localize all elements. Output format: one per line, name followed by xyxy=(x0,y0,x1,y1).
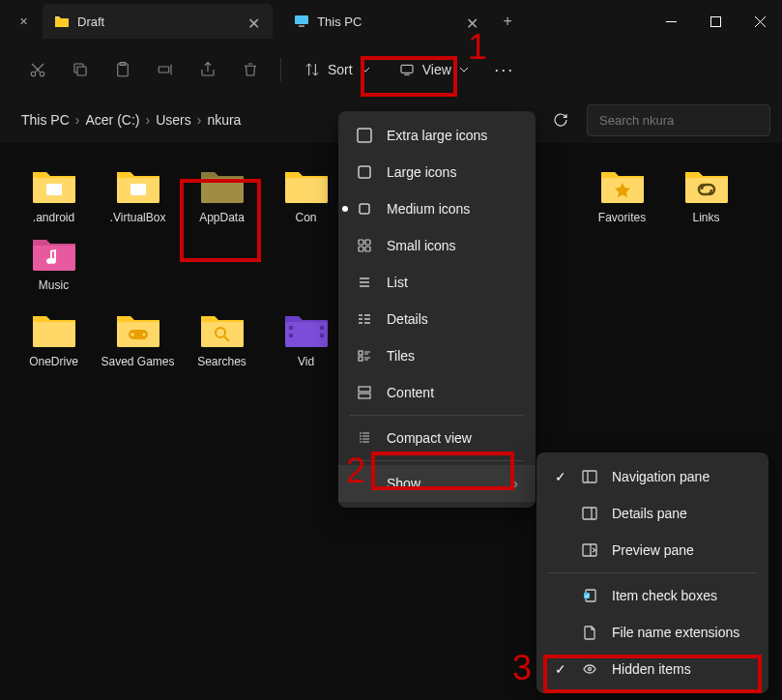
menu-item-xl-icons[interactable]: Extra large icons xyxy=(338,117,536,154)
menu-item-content[interactable]: Content xyxy=(338,374,536,411)
rename-button[interactable] xyxy=(147,51,184,88)
breadcrumb-item[interactable]: Users xyxy=(156,112,191,128)
folder-item[interactable]: .VirtualBox xyxy=(96,162,180,230)
menu-item-medium-icons[interactable]: Medium icons xyxy=(338,190,536,227)
menu-item-hidden[interactable]: ✓ Hidden items xyxy=(536,651,768,687)
svg-rect-20 xyxy=(358,129,371,142)
check-icon: ✓ xyxy=(554,469,567,484)
minimize-button[interactable] xyxy=(649,0,693,43)
svg-rect-30 xyxy=(359,394,370,398)
menu-label: Large icons xyxy=(387,164,456,180)
menu-item-preview-pane[interactable]: Preview pane xyxy=(536,532,768,569)
menu-label: Medium icons xyxy=(387,201,470,217)
menu-item-checkboxes[interactable]: Item check boxes xyxy=(536,577,768,614)
cut-button[interactable] xyxy=(19,51,56,88)
menu-item-small-icons[interactable]: Small icons xyxy=(338,227,536,264)
share-button[interactable] xyxy=(189,51,226,88)
breadcrumb-item[interactable]: Acer (C:) xyxy=(85,112,139,128)
folder-item-appdata[interactable]: AppData xyxy=(180,162,264,230)
folder-label: Con xyxy=(295,211,316,226)
menu-item-details-pane[interactable]: Details pane xyxy=(536,495,768,532)
folder-item[interactable]: Searches xyxy=(180,306,264,374)
more-button[interactable]: ··· xyxy=(486,51,523,88)
folder-label: .android xyxy=(33,211,74,226)
menu-item-compact[interactable]: Compact view xyxy=(338,420,536,456)
folder-item[interactable]: Saved Games xyxy=(96,306,180,374)
separator xyxy=(350,415,524,416)
paste-button[interactable] xyxy=(104,51,141,88)
folder-icon xyxy=(54,14,70,29)
delete-button[interactable] xyxy=(232,51,269,88)
content-icon xyxy=(356,384,373,401)
close-icon[interactable]: ✕ xyxy=(247,15,261,28)
folder-icon xyxy=(283,166,330,205)
view-menu: Extra large icons Large icons Medium ico… xyxy=(338,111,536,508)
folder-icon xyxy=(115,166,161,205)
menu-label: Details xyxy=(387,311,428,327)
menu-item-nav-pane[interactable]: ✓ Navigation pane xyxy=(536,458,768,495)
svg-point-5 xyxy=(40,72,44,76)
search-input[interactable] xyxy=(587,104,770,136)
copy-button[interactable] xyxy=(62,51,99,88)
tab-label: This PC xyxy=(317,15,362,29)
tab-label: Draft xyxy=(77,15,104,29)
maximize-button[interactable] xyxy=(693,0,738,43)
file-icon xyxy=(581,624,598,641)
folder-icon xyxy=(31,166,77,205)
folder-label: .VirtualBox xyxy=(110,211,166,226)
svg-point-36 xyxy=(589,668,592,671)
tab-thispc[interactable]: This PC ✕ xyxy=(282,4,491,39)
separator xyxy=(350,460,524,461)
svg-point-4 xyxy=(31,72,36,76)
menu-label: File name extensions xyxy=(612,625,739,640)
refresh-button[interactable] xyxy=(542,102,579,138)
chevron-right-icon: › xyxy=(197,112,202,128)
menu-label: List xyxy=(387,275,408,290)
menu-item-show[interactable]: Show › xyxy=(338,465,536,502)
chevron-right-icon: › xyxy=(75,112,80,128)
svg-rect-6 xyxy=(77,67,86,75)
new-tab-button[interactable]: + xyxy=(491,13,523,30)
close-icon[interactable]: ✕ xyxy=(19,15,28,28)
tab-draft[interactable]: Draft ✕ xyxy=(43,4,273,39)
folder-item[interactable]: Vid xyxy=(264,306,348,374)
chevron-right-icon: › xyxy=(145,112,150,128)
details-icon xyxy=(356,310,373,328)
svg-point-14 xyxy=(142,334,145,336)
menu-item-details[interactable]: Details xyxy=(338,301,536,337)
sort-button[interactable]: Sort xyxy=(293,56,382,83)
svg-rect-12 xyxy=(130,184,146,195)
folder-item[interactable]: Links xyxy=(664,162,748,230)
refresh-icon xyxy=(553,112,568,128)
svg-rect-24 xyxy=(365,240,370,245)
close-icon[interactable]: ✕ xyxy=(466,15,479,28)
menu-item-large-icons[interactable]: Large icons xyxy=(338,154,536,190)
folder-item[interactable]: Con xyxy=(264,162,348,230)
folder-music-icon xyxy=(31,234,77,273)
tiles-icon xyxy=(356,347,373,365)
bullet-icon xyxy=(342,206,348,212)
view-button[interactable]: View xyxy=(388,56,480,83)
svg-rect-23 xyxy=(359,240,363,245)
breadcrumb-item[interactable]: This PC xyxy=(21,112,70,128)
grid-icon xyxy=(356,237,373,254)
menu-item-list[interactable]: List xyxy=(338,264,536,301)
svg-rect-16 xyxy=(289,326,293,330)
titlebar: ✕ Draft ✕ This PC ✕ + xyxy=(0,0,782,43)
chevron-down-icon xyxy=(361,67,370,73)
folder-item[interactable]: OneDrive xyxy=(12,306,96,374)
folder-item[interactable]: .android xyxy=(12,162,96,230)
breadcrumb[interactable]: This PC › Acer (C:) › Users › nkura xyxy=(12,104,250,135)
menu-item-extensions[interactable]: File name extensions xyxy=(536,614,768,651)
breadcrumb-item[interactable]: nkura xyxy=(207,112,241,128)
svg-rect-10 xyxy=(401,65,413,73)
folder-item[interactable]: Music xyxy=(12,230,96,298)
svg-rect-9 xyxy=(159,67,169,73)
folder-icon xyxy=(199,166,246,205)
svg-rect-1 xyxy=(299,25,304,27)
menu-item-tiles[interactable]: Tiles xyxy=(338,337,536,374)
folder-item[interactable]: Favorites xyxy=(580,162,664,230)
close-window-button[interactable] xyxy=(738,0,782,43)
blank-icon xyxy=(356,475,373,492)
folder-video-icon xyxy=(283,310,330,349)
